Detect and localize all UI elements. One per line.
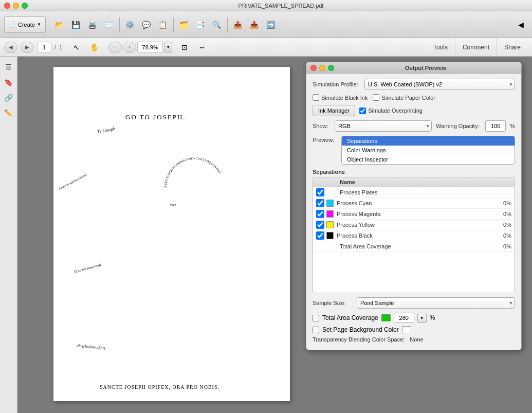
simulation-profile-row: Simulation Profile: U.S. Web Coated (SWO… bbox=[313, 79, 515, 90]
sep-row-process-black: Process Black 0% bbox=[313, 230, 515, 241]
panel-btn-3[interactable]: 🔗 bbox=[2, 91, 16, 105]
zoom-dropdown-button[interactable]: ▼ bbox=[164, 42, 172, 53]
toolbar-separator-3 bbox=[173, 17, 174, 32]
transparency-label: Transparency Blending Color Space: bbox=[313, 336, 405, 343]
sep-check-process-cyan[interactable] bbox=[316, 199, 324, 207]
sep-header: Name bbox=[313, 177, 515, 187]
hand-tool[interactable]: ✋ bbox=[87, 40, 101, 55]
preview-item-separations[interactable]: Separations bbox=[342, 136, 515, 146]
print-button[interactable]: 🖨️ bbox=[85, 17, 100, 32]
sep-pct-process-black: 0% bbox=[486, 232, 511, 239]
pointer-tool[interactable]: ↖ bbox=[69, 40, 84, 55]
main-area: GO TO JOSEPH. Te Joseph celebrent agmina… bbox=[17, 57, 532, 413]
total-area-coverage-row: Total Area Coverage ▼ % bbox=[313, 313, 515, 323]
ink-manager-button[interactable]: Ink Manager bbox=[313, 105, 355, 116]
pdf-text-tecansti: Te cansti resurrenti bbox=[74, 263, 101, 274]
tools-button[interactable]: ⚙️ bbox=[123, 17, 137, 32]
sep-check-process-magenta[interactable] bbox=[316, 210, 324, 218]
zoom-out-button[interactable]: − bbox=[108, 42, 122, 53]
comment-button[interactable]: 💬 bbox=[139, 17, 154, 32]
save-button[interactable]: 💾 bbox=[69, 17, 83, 32]
simulate-paper-color-checkbox[interactable] bbox=[373, 94, 379, 101]
multipage-button[interactable]: 📑 bbox=[193, 17, 208, 32]
simulate-overprinting-checkbox[interactable] bbox=[359, 107, 366, 114]
mail-button[interactable]: ✉️ bbox=[102, 17, 116, 32]
preview-dropdown: Separations Color Warnings Object Inspec… bbox=[341, 136, 515, 165]
show-select-wrapper: RGB ▼ bbox=[335, 120, 432, 132]
pdf-page: GO TO JOSEPH. Te Joseph celebrent agmina… bbox=[53, 67, 290, 401]
minimize-button[interactable] bbox=[13, 3, 19, 9]
sample-size-row: Sample Size: Point Sample ▼ bbox=[313, 297, 515, 309]
zoom-input[interactable] bbox=[137, 42, 163, 53]
total-area-percent: % bbox=[430, 314, 435, 321]
preview-label: Preview: bbox=[313, 137, 338, 143]
sep-pct-process-cyan: 0% bbox=[486, 200, 511, 206]
create-button[interactable]: 📄 Create ▼ bbox=[4, 16, 46, 33]
fit-width-button[interactable]: ↔ bbox=[195, 40, 209, 55]
sep-check-process-black[interactable] bbox=[316, 231, 324, 240]
dialog-close-button[interactable] bbox=[310, 65, 317, 71]
simulate-paper-color-item: Simulate Paper Color bbox=[373, 94, 435, 101]
warning-opacity-input[interactable] bbox=[485, 120, 506, 132]
back-button[interactable]: ◀ bbox=[4, 42, 17, 53]
sep-swatch-cyan bbox=[326, 200, 334, 207]
page-separator: / bbox=[54, 44, 56, 50]
preview-section: Preview: Separations Color Warnings Obje… bbox=[313, 136, 515, 165]
set-page-bg-checkbox[interactable] bbox=[313, 327, 319, 333]
maximize-button[interactable] bbox=[22, 3, 28, 9]
toolbar: 📄 Create ▼ 📂 💾 🖨️ ✉️ ⚙️ 💬 📋 🗂️ 📑 🔍 📤 📥 ➡… bbox=[0, 11, 532, 38]
fit-page-button[interactable]: ⊡ bbox=[177, 40, 192, 55]
forward-button[interactable]: ▶ bbox=[21, 42, 34, 53]
comment-nav-button[interactable]: Comment bbox=[455, 38, 497, 57]
total-area-value-input[interactable] bbox=[394, 313, 414, 323]
separations-section: Separations Name Process Plates bbox=[313, 169, 515, 293]
dialog-body: Simulation Profile: U.S. Web Coated (SWO… bbox=[306, 74, 521, 350]
show-select[interactable]: RGB bbox=[335, 120, 432, 132]
separations-title: Separations bbox=[313, 169, 515, 175]
zoom-button[interactable]: 🔍 bbox=[210, 17, 224, 32]
zoom-in-button[interactable]: + bbox=[123, 42, 136, 53]
simulation-profile-label: Simulation Profile: bbox=[313, 81, 361, 87]
sep-swatch-black bbox=[326, 232, 334, 239]
tools-nav-button[interactable]: Tools bbox=[426, 38, 455, 57]
sep-name-process-cyan: Process Cyan bbox=[337, 200, 486, 206]
separations-table: Name Process Plates Process Cyan bbox=[313, 177, 515, 293]
forms-button[interactable]: 📋 bbox=[156, 17, 170, 32]
sep-name-process-black: Process Black bbox=[337, 232, 486, 239]
preview-item-color-warnings[interactable]: Color Warnings bbox=[342, 146, 515, 155]
total-area-dropdown-button[interactable]: ▼ bbox=[417, 313, 427, 323]
simulation-profile-select[interactable]: U.S. Web Coated (SWOP) v2 bbox=[364, 79, 515, 90]
open-button[interactable]: 📂 bbox=[52, 17, 67, 32]
share-nav-button[interactable]: Share bbox=[497, 38, 528, 57]
simulate-black-ink-checkbox[interactable] bbox=[313, 94, 319, 101]
simulate-paper-color-label: Simulate Paper Color bbox=[381, 95, 435, 101]
total-area-coverage-checkbox[interactable] bbox=[313, 315, 319, 321]
preview-item-object-inspector[interactable]: Object Inspector bbox=[342, 155, 515, 164]
dialog-maximize-button[interactable] bbox=[328, 65, 334, 71]
sample-size-select[interactable]: Point Sample bbox=[357, 297, 515, 309]
simulate-overprinting-label: Simulate Overprinting bbox=[368, 107, 423, 114]
panel-btn-1[interactable]: ☰ bbox=[2, 60, 16, 74]
send-button[interactable]: ➡️ bbox=[264, 17, 278, 32]
set-page-bg-row: Set Page Background Color bbox=[313, 326, 515, 333]
share-button[interactable]: 📤 bbox=[231, 17, 245, 32]
sep-pct-process-yellow: 0% bbox=[486, 222, 511, 228]
page-input[interactable] bbox=[37, 42, 51, 53]
panel-btn-2[interactable]: 🔖 bbox=[2, 75, 16, 89]
panel-btn-4[interactable]: ✏️ bbox=[2, 106, 16, 120]
output-preview-dialog: Output Preview Simulation Profile: U.S. … bbox=[306, 62, 522, 350]
sep-check-process-plates[interactable] bbox=[316, 188, 324, 196]
nav-bar: ◀ ▶ / 1 ↖ ✋ − + ▼ ⊡ ↔ Tools Comment Shar… bbox=[0, 38, 532, 57]
total-area-coverage-label: Total Area Coverage bbox=[322, 314, 378, 321]
dialog-minimize-button[interactable] bbox=[319, 65, 325, 71]
sep-check-process-yellow[interactable] bbox=[316, 221, 324, 229]
page-bg-color-swatch[interactable] bbox=[402, 326, 411, 333]
sep-name-process-plates: Process Plates bbox=[340, 189, 486, 195]
page-button[interactable]: 🗂️ bbox=[177, 17, 191, 32]
ink-manager-row: Ink Manager Simulate Overprinting bbox=[313, 105, 515, 116]
collapse-button[interactable]: ◀ bbox=[513, 17, 528, 32]
export-button[interactable]: 📥 bbox=[247, 17, 262, 32]
close-button[interactable] bbox=[4, 3, 10, 9]
toolbar-separator-1 bbox=[49, 17, 49, 32]
set-page-bg-label: Set Page Background Color bbox=[322, 326, 399, 333]
